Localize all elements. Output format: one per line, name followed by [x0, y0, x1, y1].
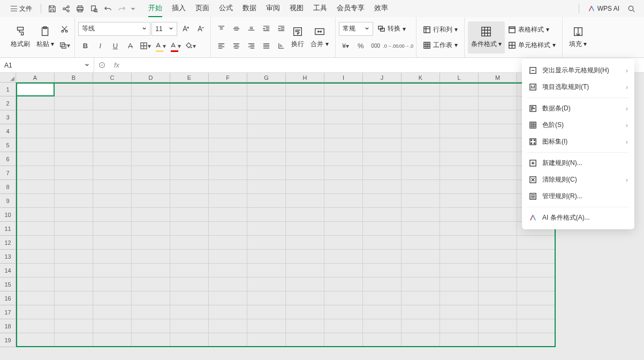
cell[interactable]	[479, 305, 517, 319]
cell[interactable]	[93, 124, 132, 138]
cell[interactable]	[16, 138, 55, 152]
italic-button[interactable]: I	[93, 39, 107, 53]
cell[interactable]	[55, 138, 93, 152]
cancel-formula-button[interactable]	[94, 62, 109, 69]
cell[interactable]	[132, 236, 170, 250]
cell[interactable]	[324, 110, 363, 124]
cell[interactable]	[286, 82, 324, 96]
cell[interactable]	[132, 305, 170, 319]
align-left-button[interactable]	[214, 39, 228, 53]
cell[interactable]	[132, 180, 170, 194]
tab-review[interactable]: 审阅	[266, 0, 280, 17]
menu-top-bottom-rules[interactable]: 项目选取规则(T) ›	[522, 79, 634, 95]
align-middle-button[interactable]	[229, 22, 243, 36]
cell[interactable]	[440, 291, 479, 305]
column-header[interactable]: A	[16, 73, 55, 82]
cell[interactable]	[440, 82, 479, 96]
cell[interactable]	[132, 291, 170, 305]
cell[interactable]	[170, 180, 209, 194]
underline-button[interactable]: U	[108, 39, 122, 53]
cell[interactable]	[247, 291, 286, 305]
cell[interactable]	[440, 222, 479, 236]
cell[interactable]	[247, 208, 286, 222]
cell[interactable]	[132, 110, 170, 124]
cell[interactable]	[324, 166, 363, 180]
increase-decimal-button[interactable]: .0→.00	[384, 39, 398, 53]
cell[interactable]	[132, 222, 170, 236]
row-header[interactable]: 17	[0, 305, 16, 319]
cell[interactable]	[286, 291, 324, 305]
cell[interactable]	[55, 208, 93, 222]
cell[interactable]	[132, 208, 170, 222]
cell[interactable]	[93, 180, 132, 194]
column-header[interactable]: E	[170, 73, 209, 82]
cell[interactable]	[16, 333, 55, 347]
cell[interactable]	[93, 152, 132, 166]
menu-data-bars[interactable]: 数据条(D) ›	[522, 100, 634, 117]
percent-button[interactable]: %	[354, 39, 368, 53]
cell[interactable]	[363, 291, 401, 305]
cell[interactable]	[132, 166, 170, 180]
cell[interactable]	[479, 264, 517, 278]
cell[interactable]	[55, 305, 93, 319]
menu-color-scales[interactable]: 色阶(S) ›	[522, 117, 634, 133]
align-right-button[interactable]	[244, 39, 258, 53]
cell[interactable]	[324, 82, 363, 96]
cell[interactable]	[170, 110, 209, 124]
share-button[interactable]	[59, 2, 72, 15]
tab-tools[interactable]: 工具	[313, 0, 327, 17]
cell[interactable]	[170, 236, 209, 250]
border-button[interactable]: ▾	[138, 39, 152, 53]
conditional-format-button[interactable]: 条件格式 ▾	[468, 21, 505, 54]
cell[interactable]	[517, 278, 556, 291]
decrease-font-button[interactable]	[193, 22, 207, 36]
row-header[interactable]: 4	[0, 124, 16, 138]
cell[interactable]	[517, 333, 556, 347]
cell[interactable]	[93, 82, 132, 96]
cell[interactable]	[170, 305, 209, 319]
cell[interactable]	[324, 222, 363, 236]
cell[interactable]	[479, 319, 517, 333]
merge-button[interactable]: 合并 ▾	[307, 21, 331, 54]
cell[interactable]	[363, 236, 401, 250]
cell[interactable]	[247, 194, 286, 208]
cell[interactable]	[93, 291, 132, 305]
column-header[interactable]: M	[479, 73, 517, 82]
copy-button[interactable]: ▾	[57, 39, 71, 52]
cell[interactable]	[247, 319, 286, 333]
cell[interactable]	[401, 82, 440, 96]
row-header[interactable]: 9	[0, 194, 16, 208]
cell[interactable]	[324, 152, 363, 166]
row-header[interactable]: 12	[0, 236, 16, 250]
cell[interactable]	[440, 124, 479, 138]
cell[interactable]	[286, 110, 324, 124]
convert-button[interactable]: 转换 ▾	[374, 22, 409, 35]
cell[interactable]	[324, 250, 363, 264]
cell[interactable]	[16, 236, 55, 250]
cell[interactable]	[363, 194, 401, 208]
cell[interactable]	[286, 208, 324, 222]
cell[interactable]	[401, 278, 440, 291]
cell[interactable]	[286, 264, 324, 278]
cell[interactable]	[324, 124, 363, 138]
cell[interactable]	[517, 264, 556, 278]
cell[interactable]	[324, 333, 363, 347]
cell[interactable]	[132, 250, 170, 264]
cell[interactable]	[286, 278, 324, 291]
cell[interactable]	[286, 124, 324, 138]
cell[interactable]	[209, 222, 247, 236]
cell[interactable]	[363, 166, 401, 180]
cell[interactable]	[170, 222, 209, 236]
cell[interactable]	[286, 138, 324, 152]
cell[interactable]	[479, 138, 517, 152]
cell[interactable]	[479, 222, 517, 236]
cell[interactable]	[286, 180, 324, 194]
row-header[interactable]: 15	[0, 278, 16, 291]
increase-font-button[interactable]	[178, 22, 192, 36]
cell[interactable]	[93, 194, 132, 208]
cell[interactable]	[324, 291, 363, 305]
cell[interactable]	[440, 208, 479, 222]
cell[interactable]	[247, 152, 286, 166]
cell[interactable]	[363, 82, 401, 96]
cell[interactable]	[324, 319, 363, 333]
